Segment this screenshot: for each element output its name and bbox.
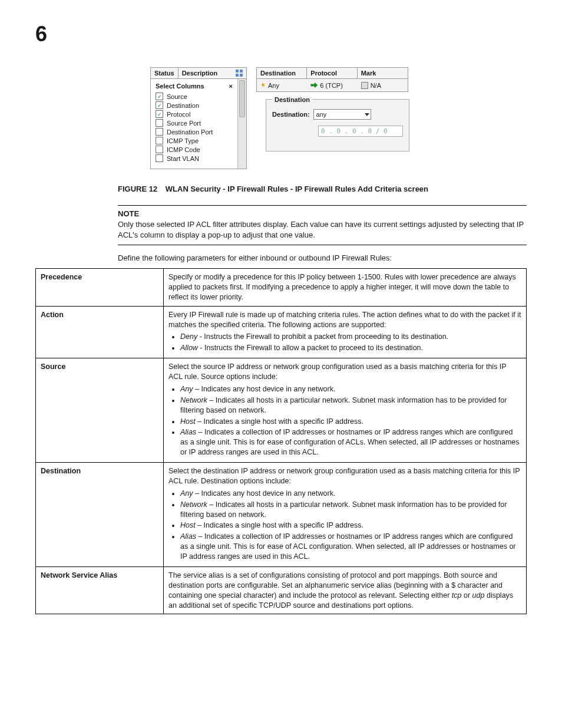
table-row: Destination Select the destination IP ad… <box>36 463 527 567</box>
column-toggle[interactable]: Start VLAN <box>156 154 233 163</box>
figure-text: WLAN Security - IP Firewall Rules - IP F… <box>166 185 428 193</box>
intro-line: Define the following parameters for eith… <box>118 253 527 262</box>
param-desc: The service alias is a set of configurat… <box>164 566 527 614</box>
grid-pane: Destination Protocol Mark ✶ Any 6 (TCP) <box>256 67 409 151</box>
col-header-protocol[interactable]: Protocol <box>307 68 357 79</box>
note-block: NOTE Only those selected IP ACL filter a… <box>118 205 527 245</box>
columns-icon[interactable] <box>236 70 243 77</box>
checkbox-icon[interactable] <box>156 146 163 153</box>
destination-dropdown[interactable]: any <box>313 109 371 120</box>
cell-protocol[interactable]: 6 (TCP) <box>307 79 357 91</box>
column-toggle-label: Destination <box>167 102 199 109</box>
cell-mark[interactable]: N/A <box>358 79 408 91</box>
checkbox-icon[interactable] <box>361 82 368 89</box>
checkbox-icon[interactable] <box>156 137 163 144</box>
param-name: Destination <box>36 463 164 567</box>
arrow-icon <box>310 83 318 88</box>
column-toggle-label: Protocol <box>167 111 190 118</box>
column-toggle-label: Start VLAN <box>167 155 199 162</box>
column-toggle[interactable]: Source Port <box>156 118 233 127</box>
select-columns-title: Select Columns <box>156 83 204 90</box>
note-body: Only those selected IP ACL filter attrib… <box>118 219 527 240</box>
destination-popup: Destination Destination: any 0 . 0 . 0 .… <box>266 99 409 151</box>
param-desc: Every IP Firewall rule is made up of mat… <box>164 306 527 358</box>
scrollbar[interactable] <box>237 79 246 169</box>
column-toggle[interactable]: ICMP Code <box>156 145 233 154</box>
param-name: Action <box>36 306 164 358</box>
checkbox-icon[interactable]: ✓ <box>156 93 163 100</box>
figure-label: FIGURE 12 <box>118 185 157 193</box>
col-header-description[interactable]: Description <box>178 68 246 78</box>
table-row: Action Every IP Firewall rule is made up… <box>36 306 527 358</box>
chapter-number: 6 <box>35 24 527 45</box>
table-row: Network Service Alias The service alias … <box>36 566 527 614</box>
param-name: Precedence <box>36 269 164 307</box>
note-title: NOTE <box>118 209 527 218</box>
column-toggle-label: Source <box>167 93 187 100</box>
param-desc: Select the destination IP address or net… <box>164 463 527 567</box>
param-desc: Select the source IP address or network … <box>164 358 527 463</box>
select-columns-pane: Status Description Select Columns × ✓Sou… <box>150 67 247 169</box>
col-header-destination[interactable]: Destination <box>257 68 307 79</box>
checkbox-icon[interactable]: ✓ <box>156 110 163 118</box>
param-name: Network Service Alias <box>36 566 164 614</box>
column-toggle[interactable]: ICMP Type <box>156 136 233 145</box>
col-header-status[interactable]: Status <box>151 68 178 78</box>
param-desc: Specify or modify a precedence for this … <box>164 269 527 307</box>
cell-destination[interactable]: ✶ Any <box>257 79 307 91</box>
destination-label: Destination: <box>272 111 310 118</box>
checkbox-icon[interactable] <box>156 154 163 162</box>
column-toggle[interactable]: ✓Protocol <box>156 110 233 118</box>
checkbox-icon[interactable]: ✓ <box>156 101 163 109</box>
column-toggle[interactable]: ✓Source <box>156 92 233 101</box>
table-row: Source Select the source IP address or n… <box>36 358 527 463</box>
col-header-mark[interactable]: Mark <box>358 68 408 79</box>
figure-caption: FIGURE 12 WLAN Security - IP Firewall Ru… <box>118 185 527 193</box>
column-toggle-label: ICMP Type <box>167 137 199 144</box>
close-icon[interactable]: × <box>229 83 233 90</box>
ip-mask-input[interactable]: 0 . 0 . 0 . 0 / 0 <box>318 126 403 137</box>
chevron-down-icon <box>365 113 369 116</box>
checkbox-icon[interactable] <box>156 119 163 127</box>
table-row: Precedence Specify or modify a precedenc… <box>36 269 527 307</box>
column-toggle-label: ICMP Code <box>167 146 200 153</box>
checkbox-icon[interactable] <box>156 128 163 136</box>
parameters-table: Precedence Specify or modify a precedenc… <box>35 268 527 614</box>
column-toggle-label: Source Port <box>167 120 201 127</box>
embedded-screenshot: Status Description Select Columns × ✓Sou… <box>150 67 527 169</box>
column-toggle[interactable]: Destination Port <box>156 127 233 136</box>
param-name: Source <box>36 358 164 463</box>
column-toggle[interactable]: ✓Destination <box>156 101 233 110</box>
column-toggle-label: Destination Port <box>167 129 213 136</box>
destination-popup-title: Destination <box>272 96 312 103</box>
